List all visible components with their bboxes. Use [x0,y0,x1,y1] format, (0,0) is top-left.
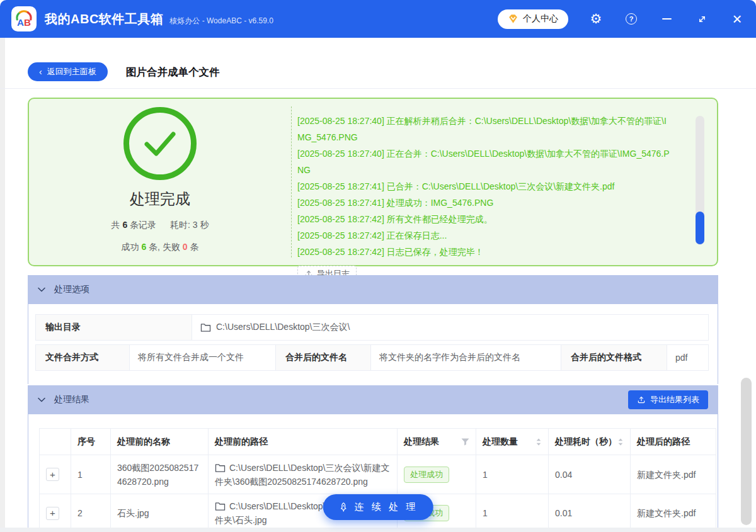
col-expand [40,429,71,455]
back-button-label: 返回到主面板 [47,66,96,77]
status-title: 处理完成 [29,189,291,209]
result-summary-panel: 处理完成 共 6 条记录 耗时: 3 秒 成功 6 条, 失败 0 条 [202… [28,98,718,266]
results-section-title: 处理结果 [54,394,89,405]
table-row: + 1 360截图20250825174628720.png C:\Users\… [40,455,716,494]
row-index: 2 [71,494,111,532]
row-out-path: 新建文件夹.pdf [637,506,709,520]
app-subtitle: 核烁办公 - WodeABC - v6.59.0 [169,16,273,26]
section-header-options[interactable]: 处理选项 [28,275,718,304]
success-check-icon [123,107,197,180]
chevron-down-icon [38,397,45,402]
log-area: [2025-08-25 18:27:40] 正在解析并稍后合并：C:\Users… [291,106,717,258]
vip-diamond-icon [508,14,518,24]
log-line: [2025-08-25 18:27:41] 已合并：C:\Users\DELL\… [297,178,673,195]
merged-format-label: 合并后的文件格式 [561,345,667,370]
options-section-title: 处理选项 [54,284,89,295]
row-name: 360截图20250825174628720.png [117,461,202,489]
help-icon[interactable]: ? [624,11,639,26]
app-window: AB 我的ABC软件工具箱 核烁办公 - WodeABC - v6.59.0 个… [0,0,756,532]
merge-mode-value: 将所有文件合并成一个文件 [130,345,276,370]
table-header-row: 序号 处理前的名称 处理前的路径 处理结果 处理数量 处理耗时（秒 [40,429,716,455]
settings-gear-icon[interactable]: ⚙ [588,11,604,26]
log-line: [2025-08-25 18:27:42] 日志已保存，处理完毕！ [297,244,673,260]
merged-name-value: 将文件夹的名字作为合并后的文件名 [371,345,561,370]
row-time: 0.04 [549,455,631,494]
header-divider [0,88,756,89]
expand-row-button[interactable]: + [46,507,59,520]
log-line: [2025-08-25 18:27:42] 正在保存日志... [297,227,673,244]
col-index: 序号 [71,429,111,455]
log-line: [2025-08-25 18:27:40] 正在合并：C:\Users\DELL… [297,145,673,178]
sort-icon[interactable] [536,438,542,446]
rocket-icon [338,502,349,512]
merge-mode-label: 文件合并方式 [36,345,130,370]
folder-icon [215,502,226,511]
titlebar: AB 我的ABC软件工具箱 核烁办公 - WodeABC - v6.59.0 个… [0,0,756,38]
continue-processing-button[interactable]: 连 续 处 理 [323,494,433,520]
row-time: 0.01 [549,494,631,532]
page-title: 图片合并成单个文件 [126,62,220,81]
folder-icon [200,323,211,332]
section-header-results[interactable]: 处理结果 导出结果列表 [28,385,718,414]
export-results-button[interactable]: 导出结果列表 [628,390,708,409]
col-out-path: 处理后的路径 [631,429,716,455]
col-time[interactable]: 处理耗时（秒） [549,429,631,455]
option-row-merge-settings: 文件合并方式 将所有文件合并成一个文件 合并后的文件名 将文件夹的名字作为合并后… [35,344,709,371]
row-index: 1 [71,455,111,494]
merged-name-label: 合并后的文件名 [276,345,371,370]
continue-button-label: 连 续 处 理 [355,501,418,513]
chevron-down-icon [38,287,45,292]
row-name: 石头.jpg [117,506,202,520]
page-scrollbar-thumb[interactable] [741,378,752,525]
user-center-button[interactable]: 个人中心 [498,9,568,29]
log-scrollbar[interactable] [696,116,704,245]
close-button[interactable]: × [730,11,745,26]
back-to-dashboard-button[interactable]: ‹ 返回到主面板 [28,62,108,81]
options-body: 输出目录 C:\Users\DELL\Desktop\三次会议\ 文件合并方式 … [28,304,718,384]
col-result[interactable]: 处理结果 [398,429,476,455]
option-row-output-dir: 输出目录 C:\Users\DELL\Desktop\三次会议\ [35,314,709,341]
minimize-button[interactable] [659,11,674,26]
status-badge: 处理成功 [404,467,449,483]
log-line: [2025-08-25 18:27:41] 处理成功：IMG_5476.PNG [297,195,673,211]
col-name: 处理前的名称 [111,429,209,455]
row-count: 1 [476,494,549,532]
app-title: 我的ABC软件工具箱 [45,11,163,28]
col-count[interactable]: 处理数量 [476,429,549,455]
maximize-button[interactable] [694,11,709,26]
log-scrollbar-thumb[interactable] [696,212,704,244]
log-line: [2025-08-25 18:27:42] 所有文件都已经处理完成。 [297,211,673,227]
back-chevron-icon: ‹ [39,67,42,76]
log-line: [2025-08-25 18:27:40] 正在解析并稍后合并：C:\Users… [297,113,673,145]
upload-icon [637,395,646,404]
user-center-label: 个人中心 [523,13,558,25]
export-results-label: 导出结果列表 [650,394,699,405]
expand-row-button[interactable]: + [46,468,59,481]
row-count: 1 [476,455,549,494]
output-dir-label: 输出目录 [36,315,192,340]
filter-icon[interactable] [461,438,469,446]
svg-text:AB: AB [17,17,31,28]
row-src-path: C:\Users\DELL\Desktop\三次会议\新建文件夹\360截图20… [215,461,391,489]
summary-totals: 共 6 条记录 耗时: 3 秒 [29,220,291,231]
bottom-strip [0,528,756,532]
output-dir-value: C:\Users\DELL\Desktop\三次会议\ [192,315,708,340]
col-src-path: 处理前的路径 [209,429,398,455]
sort-icon[interactable] [617,438,624,446]
folder-icon [215,463,226,473]
merged-format-value: pdf [667,345,708,370]
row-out-path: 新建文件夹.pdf [637,468,709,482]
app-logo-icon: AB [11,6,37,31]
summary-left-column: 处理完成 共 6 条记录 耗时: 3 秒 成功 6 条, 失败 0 条 [29,99,291,265]
summary-success-fail: 成功 6 条, 失败 0 条 [29,242,291,253]
desktop-edge [0,38,5,532]
